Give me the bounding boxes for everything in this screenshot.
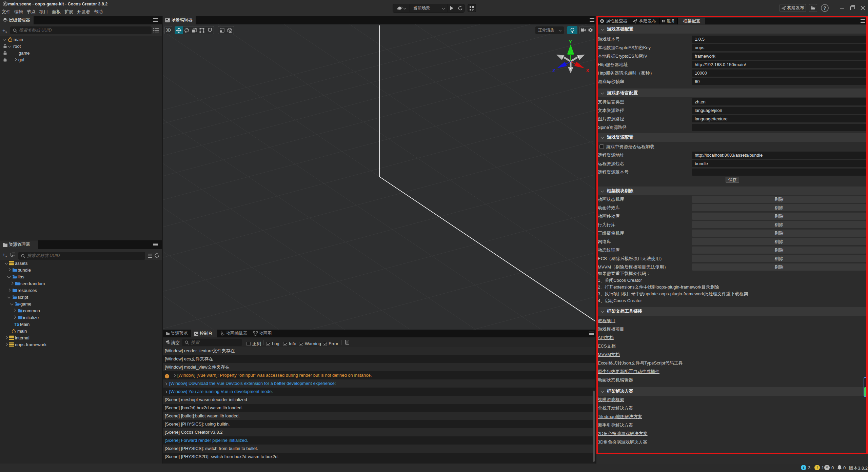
svg-text:Y: Y: [569, 39, 572, 44]
svg-text:X: X: [586, 67, 589, 73]
svg-text:Z: Z: [552, 67, 555, 73]
